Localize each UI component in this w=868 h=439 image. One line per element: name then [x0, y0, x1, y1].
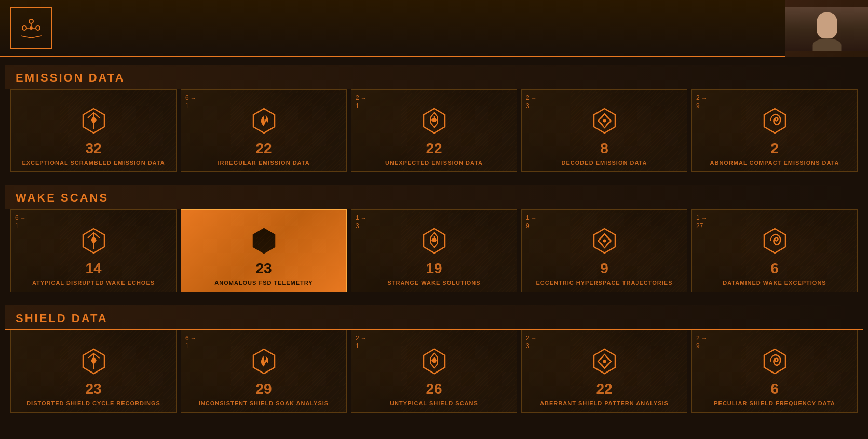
items-grid-wake-scans: 6 → 1 14ATYPICAL DISRUPTED WAKE ECHOES23… — [5, 209, 863, 292]
item-icon-irregular-emission — [250, 107, 278, 137]
item-count-irregular-emission: 22 — [255, 141, 272, 156]
trade-from-arrow: → — [701, 215, 707, 222]
item-count-untypical-shield: 26 — [426, 382, 442, 396]
svg-marker-20 — [91, 236, 97, 244]
trade-to-value: 9 — [526, 222, 530, 231]
trade-from-row: 2 → — [696, 94, 707, 102]
item-icon-peculiar-shield — [761, 347, 789, 378]
item-count-distorted-shield: 23 — [85, 382, 101, 396]
item-icon-anomalous-fsd — [250, 227, 278, 257]
trade-to-value: 9 — [696, 102, 700, 111]
item-card-unexpected-emission[interactable]: 2 → 1 22UNEXPECTED EMISSION DATA — [351, 89, 517, 172]
trade-from-row: 1 → — [356, 214, 367, 222]
trade-info-untypical-shield: 2 → 1 — [356, 335, 367, 351]
svg-point-6 — [30, 26, 33, 30]
trade-from-arrow: → — [701, 335, 707, 342]
item-count-anomalous-fsd: 23 — [255, 261, 272, 276]
svg-marker-42 — [764, 349, 785, 374]
trade-to-row: 3 — [356, 222, 359, 231]
trade-from-row: 2 → — [526, 94, 537, 102]
item-count-eccentric-hyperspace: 9 — [600, 261, 608, 276]
item-count-inconsistent-shield: 29 — [255, 382, 272, 396]
item-icon-decoded-emission — [590, 107, 619, 137]
main-content: EMISSION DATA32EXCEPTIONAL SCRAMBLED EMI… — [0, 57, 868, 418]
svg-point-36 — [432, 358, 436, 363]
item-card-peculiar-shield[interactable]: 2 → 9 6PECULIAR SHIELD FREQUENCY DATA — [691, 330, 858, 413]
item-card-aberrant-shield[interactable]: 2 → 3 22ABERRANT SHIELD PATTERN ANALYSIS — [521, 330, 687, 413]
item-card-abnormal-compact[interactable]: 2 → 9 2ABNORMAL COMPACT EMISSIONS DATA — [691, 89, 858, 172]
trade-to-row: 1 — [185, 102, 189, 111]
item-count-datamined-wake: 6 — [770, 261, 779, 276]
svg-point-41 — [603, 360, 606, 363]
section-shield-data: SHIELD DATA23DISTORTED SHIELD CYCLE RECO… — [0, 298, 868, 418]
trade-from-row: 6 → — [15, 214, 26, 222]
item-icon-unexpected-emission — [420, 107, 449, 137]
item-icon-datamined-wake — [761, 227, 789, 257]
items-grid-emission-data: 32EXCEPTIONAL SCRAMBLED EMISSION DATA 6 … — [5, 89, 863, 172]
trade-from-arrow: → — [361, 95, 367, 102]
trade-to-value: 1 — [356, 102, 359, 111]
item-card-anomalous-fsd[interactable]: 23ANOMALOUS FSD TELEMETRY — [181, 209, 347, 292]
svg-point-24 — [432, 238, 436, 242]
item-icon-strange-wake — [420, 227, 449, 257]
svg-marker-30 — [764, 229, 785, 253]
section-header-wake-scans: WAKE SCANS — [5, 185, 863, 209]
item-card-strange-wake[interactable]: 1 → 3 19STRANGE WAKE SOLUTIONS — [351, 209, 517, 292]
header-logo — [10, 7, 52, 49]
trade-from-value: 1 — [696, 214, 700, 222]
item-card-exceptional-scrambled[interactable]: 32EXCEPTIONAL SCRAMBLED EMISSION DATA — [10, 89, 177, 172]
item-count-strange-wake: 19 — [426, 261, 442, 276]
trade-from-value: 2 — [356, 94, 359, 102]
trade-to-row: 1 — [185, 342, 189, 351]
item-icon-inconsistent-shield — [250, 347, 278, 378]
trade-to-row: 27 — [696, 222, 703, 231]
item-card-datamined-wake[interactable]: 1 → 27 6DATAMINED WAKE EXCEPTIONS — [691, 209, 858, 292]
section-header-emission-data: EMISSION DATA — [5, 65, 863, 89]
trade-to-row: 1 — [356, 102, 359, 111]
item-card-atypical-disrupted[interactable]: 6 → 1 14ATYPICAL DISRUPTED WAKE ECHOES — [10, 209, 177, 292]
item-count-exceptional-scrambled: 32 — [85, 141, 101, 156]
trade-from-arrow: → — [191, 335, 196, 342]
item-name-decoded-emission: DECODED EMISSION DATA — [562, 159, 647, 166]
trade-to-row: 3 — [526, 102, 530, 111]
item-card-inconsistent-shield[interactable]: 6 → 1 29INCONSISTENT SHIELD SOAK ANALYSI… — [181, 330, 347, 413]
trade-info-unexpected-emission: 2 → 1 — [356, 94, 367, 110]
trade-info-aberrant-shield: 2 → 3 — [526, 335, 537, 351]
trade-from-arrow: → — [20, 215, 26, 222]
trade-from-value: 2 — [356, 335, 359, 343]
trade-to-value: 1 — [185, 102, 189, 111]
svg-marker-8 — [91, 116, 97, 124]
trade-from-arrow: → — [701, 95, 707, 102]
item-count-unexpected-emission: 22 — [426, 141, 442, 156]
svg-point-17 — [603, 119, 606, 123]
svg-marker-32 — [91, 356, 97, 365]
item-card-irregular-emission[interactable]: 6 → 1 22IRREGULAR EMISSION DATA — [181, 89, 347, 172]
trade-to-row: 1 — [15, 222, 19, 231]
trade-from-arrow: → — [531, 335, 537, 342]
item-name-aberrant-shield: ABERRANT SHIELD PATTERN ANALYSIS — [540, 400, 669, 407]
trade-from-value: 6 — [185, 94, 189, 102]
header-avatar — [785, 0, 868, 57]
trade-to-row: 9 — [526, 222, 530, 231]
trade-to-row: 1 — [356, 342, 359, 351]
trade-info-inconsistent-shield: 6 → 1 — [185, 335, 196, 351]
svg-marker-18 — [764, 109, 785, 133]
item-card-decoded-emission[interactable]: 2 → 3 8DECODED EMISSION DATA — [521, 89, 687, 172]
item-name-exceptional-scrambled: EXCEPTIONAL SCRAMBLED EMISSION DATA — [22, 159, 165, 166]
item-card-distorted-shield[interactable]: 23DISTORTED SHIELD CYCLE RECORDINGS — [10, 330, 177, 413]
trade-to-value: 1 — [356, 342, 359, 351]
item-name-anomalous-fsd: ANOMALOUS FSD TELEMETRY — [214, 279, 313, 286]
section-wake-scans: WAKE SCANS 6 → 1 14ATYPICAL DISRUPTED WA… — [0, 177, 868, 297]
trade-from-row: 1 → — [526, 214, 537, 222]
item-card-eccentric-hyperspace[interactable]: 1 → 9 9ECCENTRIC HYPERSPACE TRAJECTORIES — [521, 209, 687, 292]
item-icon-abnormal-compact — [761, 107, 789, 137]
item-count-decoded-emission: 8 — [600, 141, 608, 156]
item-name-eccentric-hyperspace: ECCENTRIC HYPERSPACE TRAJECTORIES — [536, 279, 672, 286]
item-icon-atypical-disrupted — [79, 227, 108, 257]
trade-from-value: 2 — [526, 335, 530, 343]
item-card-untypical-shield[interactable]: 2 → 1 26UNTYPICAL SHIELD SCANS — [351, 330, 517, 413]
trade-info-peculiar-shield: 2 → 9 — [696, 335, 707, 351]
svg-point-1 — [22, 26, 26, 30]
trade-info-strange-wake: 1 → 3 — [356, 214, 367, 230]
trade-from-arrow: → — [191, 95, 196, 102]
